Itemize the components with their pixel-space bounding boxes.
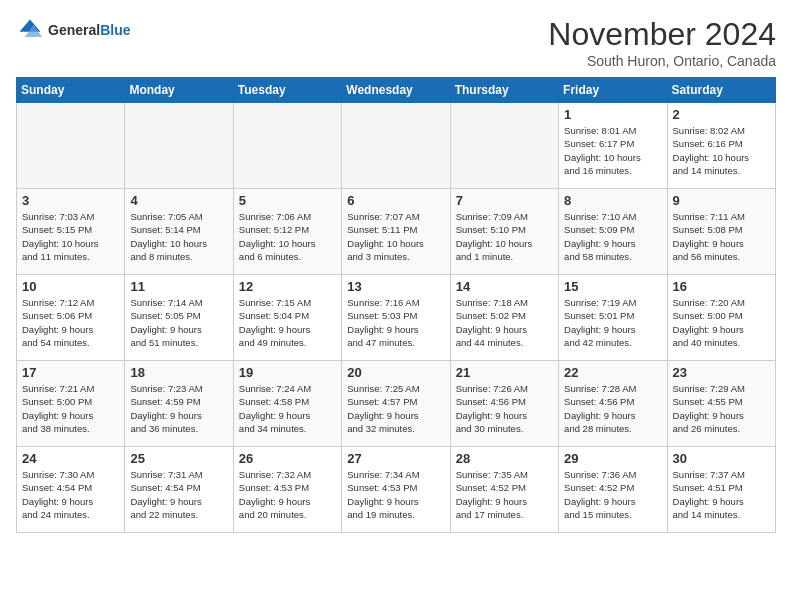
day-number: 23 bbox=[673, 365, 770, 380]
day-info: Sunrise: 7:37 AM Sunset: 4:51 PM Dayligh… bbox=[673, 468, 770, 521]
calendar-cell: 20Sunrise: 7:25 AM Sunset: 4:57 PM Dayli… bbox=[342, 361, 450, 447]
weekday-header-thursday: Thursday bbox=[450, 78, 558, 103]
day-info: Sunrise: 7:25 AM Sunset: 4:57 PM Dayligh… bbox=[347, 382, 444, 435]
calendar-week-1: 1Sunrise: 8:01 AM Sunset: 6:17 PM Daylig… bbox=[17, 103, 776, 189]
calendar-body: 1Sunrise: 8:01 AM Sunset: 6:17 PM Daylig… bbox=[17, 103, 776, 533]
day-number: 29 bbox=[564, 451, 661, 466]
day-number: 9 bbox=[673, 193, 770, 208]
day-number: 6 bbox=[347, 193, 444, 208]
day-info: Sunrise: 7:19 AM Sunset: 5:01 PM Dayligh… bbox=[564, 296, 661, 349]
day-info: Sunrise: 7:03 AM Sunset: 5:15 PM Dayligh… bbox=[22, 210, 119, 263]
calendar-cell: 27Sunrise: 7:34 AM Sunset: 4:53 PM Dayli… bbox=[342, 447, 450, 533]
calendar-cell: 28Sunrise: 7:35 AM Sunset: 4:52 PM Dayli… bbox=[450, 447, 558, 533]
day-number: 3 bbox=[22, 193, 119, 208]
day-info: Sunrise: 7:36 AM Sunset: 4:52 PM Dayligh… bbox=[564, 468, 661, 521]
day-info: Sunrise: 7:15 AM Sunset: 5:04 PM Dayligh… bbox=[239, 296, 336, 349]
calendar-cell: 23Sunrise: 7:29 AM Sunset: 4:55 PM Dayli… bbox=[667, 361, 775, 447]
calendar-cell bbox=[125, 103, 233, 189]
day-number: 20 bbox=[347, 365, 444, 380]
day-info: Sunrise: 7:05 AM Sunset: 5:14 PM Dayligh… bbox=[130, 210, 227, 263]
day-number: 21 bbox=[456, 365, 553, 380]
day-info: Sunrise: 7:20 AM Sunset: 5:00 PM Dayligh… bbox=[673, 296, 770, 349]
calendar-table: SundayMondayTuesdayWednesdayThursdayFrid… bbox=[16, 77, 776, 533]
day-number: 27 bbox=[347, 451, 444, 466]
day-number: 28 bbox=[456, 451, 553, 466]
day-info: Sunrise: 7:12 AM Sunset: 5:06 PM Dayligh… bbox=[22, 296, 119, 349]
location: South Huron, Ontario, Canada bbox=[548, 53, 776, 69]
day-number: 15 bbox=[564, 279, 661, 294]
calendar-cell: 9Sunrise: 7:11 AM Sunset: 5:08 PM Daylig… bbox=[667, 189, 775, 275]
logo-icon bbox=[16, 16, 44, 44]
day-number: 1 bbox=[564, 107, 661, 122]
weekday-header-sunday: Sunday bbox=[17, 78, 125, 103]
day-number: 16 bbox=[673, 279, 770, 294]
calendar-cell: 12Sunrise: 7:15 AM Sunset: 5:04 PM Dayli… bbox=[233, 275, 341, 361]
calendar-cell: 10Sunrise: 7:12 AM Sunset: 5:06 PM Dayli… bbox=[17, 275, 125, 361]
day-info: Sunrise: 7:31 AM Sunset: 4:54 PM Dayligh… bbox=[130, 468, 227, 521]
weekday-header-wednesday: Wednesday bbox=[342, 78, 450, 103]
day-info: Sunrise: 7:06 AM Sunset: 5:12 PM Dayligh… bbox=[239, 210, 336, 263]
calendar-cell: 30Sunrise: 7:37 AM Sunset: 4:51 PM Dayli… bbox=[667, 447, 775, 533]
month-title: November 2024 bbox=[548, 16, 776, 53]
day-info: Sunrise: 7:21 AM Sunset: 5:00 PM Dayligh… bbox=[22, 382, 119, 435]
weekday-header-tuesday: Tuesday bbox=[233, 78, 341, 103]
calendar-cell: 22Sunrise: 7:28 AM Sunset: 4:56 PM Dayli… bbox=[559, 361, 667, 447]
day-info: Sunrise: 7:29 AM Sunset: 4:55 PM Dayligh… bbox=[673, 382, 770, 435]
calendar-week-4: 17Sunrise: 7:21 AM Sunset: 5:00 PM Dayli… bbox=[17, 361, 776, 447]
calendar-week-3: 10Sunrise: 7:12 AM Sunset: 5:06 PM Dayli… bbox=[17, 275, 776, 361]
calendar-cell bbox=[342, 103, 450, 189]
calendar-cell: 2Sunrise: 8:02 AM Sunset: 6:16 PM Daylig… bbox=[667, 103, 775, 189]
calendar-cell bbox=[450, 103, 558, 189]
day-info: Sunrise: 7:28 AM Sunset: 4:56 PM Dayligh… bbox=[564, 382, 661, 435]
day-number: 4 bbox=[130, 193, 227, 208]
day-info: Sunrise: 7:32 AM Sunset: 4:53 PM Dayligh… bbox=[239, 468, 336, 521]
day-info: Sunrise: 7:35 AM Sunset: 4:52 PM Dayligh… bbox=[456, 468, 553, 521]
calendar-cell: 11Sunrise: 7:14 AM Sunset: 5:05 PM Dayli… bbox=[125, 275, 233, 361]
day-number: 14 bbox=[456, 279, 553, 294]
calendar-cell: 4Sunrise: 7:05 AM Sunset: 5:14 PM Daylig… bbox=[125, 189, 233, 275]
day-info: Sunrise: 7:34 AM Sunset: 4:53 PM Dayligh… bbox=[347, 468, 444, 521]
day-number: 13 bbox=[347, 279, 444, 294]
day-number: 2 bbox=[673, 107, 770, 122]
calendar-cell: 25Sunrise: 7:31 AM Sunset: 4:54 PM Dayli… bbox=[125, 447, 233, 533]
day-number: 5 bbox=[239, 193, 336, 208]
day-number: 10 bbox=[22, 279, 119, 294]
day-info: Sunrise: 7:14 AM Sunset: 5:05 PM Dayligh… bbox=[130, 296, 227, 349]
calendar-cell bbox=[233, 103, 341, 189]
day-number: 18 bbox=[130, 365, 227, 380]
day-number: 30 bbox=[673, 451, 770, 466]
day-info: Sunrise: 7:09 AM Sunset: 5:10 PM Dayligh… bbox=[456, 210, 553, 263]
calendar-cell: 14Sunrise: 7:18 AM Sunset: 5:02 PM Dayli… bbox=[450, 275, 558, 361]
day-number: 12 bbox=[239, 279, 336, 294]
calendar-cell: 1Sunrise: 8:01 AM Sunset: 6:17 PM Daylig… bbox=[559, 103, 667, 189]
day-info: Sunrise: 7:26 AM Sunset: 4:56 PM Dayligh… bbox=[456, 382, 553, 435]
day-info: Sunrise: 7:23 AM Sunset: 4:59 PM Dayligh… bbox=[130, 382, 227, 435]
calendar-cell: 29Sunrise: 7:36 AM Sunset: 4:52 PM Dayli… bbox=[559, 447, 667, 533]
day-info: Sunrise: 7:24 AM Sunset: 4:58 PM Dayligh… bbox=[239, 382, 336, 435]
weekday-header-monday: Monday bbox=[125, 78, 233, 103]
calendar-cell: 16Sunrise: 7:20 AM Sunset: 5:00 PM Dayli… bbox=[667, 275, 775, 361]
calendar-cell: 19Sunrise: 7:24 AM Sunset: 4:58 PM Dayli… bbox=[233, 361, 341, 447]
calendar-cell: 6Sunrise: 7:07 AM Sunset: 5:11 PM Daylig… bbox=[342, 189, 450, 275]
logo-text: GeneralBlue bbox=[48, 22, 130, 39]
calendar-cell: 8Sunrise: 7:10 AM Sunset: 5:09 PM Daylig… bbox=[559, 189, 667, 275]
calendar-cell: 13Sunrise: 7:16 AM Sunset: 5:03 PM Dayli… bbox=[342, 275, 450, 361]
page-header: GeneralBlue November 2024 South Huron, O… bbox=[16, 16, 776, 69]
calendar-cell: 17Sunrise: 7:21 AM Sunset: 5:00 PM Dayli… bbox=[17, 361, 125, 447]
day-info: Sunrise: 8:02 AM Sunset: 6:16 PM Dayligh… bbox=[673, 124, 770, 177]
calendar-cell: 7Sunrise: 7:09 AM Sunset: 5:10 PM Daylig… bbox=[450, 189, 558, 275]
day-info: Sunrise: 7:30 AM Sunset: 4:54 PM Dayligh… bbox=[22, 468, 119, 521]
weekday-header-saturday: Saturday bbox=[667, 78, 775, 103]
calendar-cell: 26Sunrise: 7:32 AM Sunset: 4:53 PM Dayli… bbox=[233, 447, 341, 533]
day-number: 8 bbox=[564, 193, 661, 208]
calendar-week-2: 3Sunrise: 7:03 AM Sunset: 5:15 PM Daylig… bbox=[17, 189, 776, 275]
logo: GeneralBlue bbox=[16, 16, 130, 44]
calendar-cell: 5Sunrise: 7:06 AM Sunset: 5:12 PM Daylig… bbox=[233, 189, 341, 275]
day-number: 24 bbox=[22, 451, 119, 466]
calendar-cell bbox=[17, 103, 125, 189]
day-number: 26 bbox=[239, 451, 336, 466]
day-number: 17 bbox=[22, 365, 119, 380]
day-info: Sunrise: 7:07 AM Sunset: 5:11 PM Dayligh… bbox=[347, 210, 444, 263]
day-number: 22 bbox=[564, 365, 661, 380]
day-info: Sunrise: 7:11 AM Sunset: 5:08 PM Dayligh… bbox=[673, 210, 770, 263]
